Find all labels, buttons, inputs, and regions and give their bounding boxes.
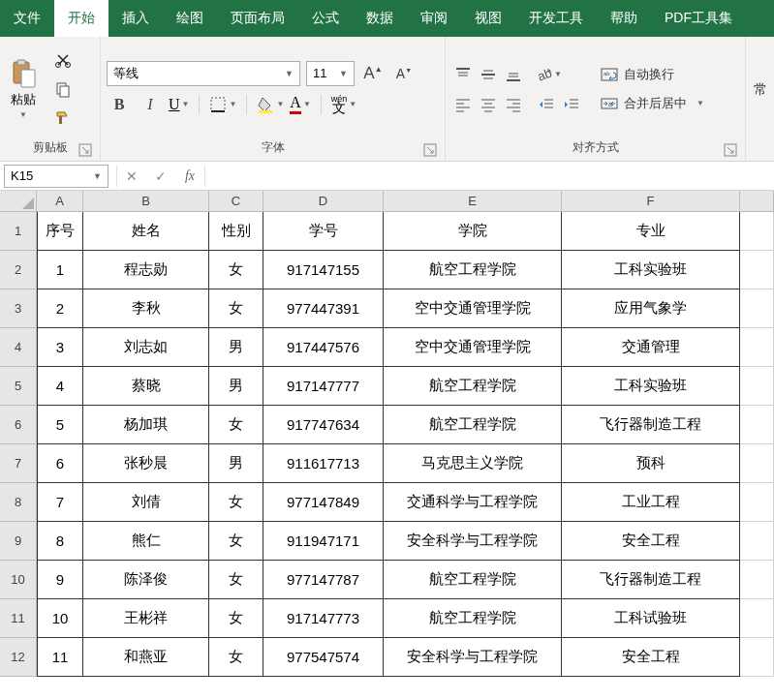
cell-r4-c[interactable]: 男: [209, 328, 263, 367]
cell-r3-f[interactable]: 应用气象学: [562, 289, 740, 328]
tab-8[interactable]: 视图: [461, 0, 515, 37]
align-center-button[interactable]: [477, 93, 500, 116]
cell-r11-b[interactable]: 王彬祥: [83, 599, 209, 638]
align-dialog-launcher[interactable]: [724, 143, 737, 157]
cell-spare-6[interactable]: [740, 406, 774, 444]
wrap-text-button[interactable]: ab 自动换行: [597, 62, 708, 87]
cell-spare-5[interactable]: [740, 367, 774, 406]
cell-r12-f[interactable]: 安全工程: [562, 638, 740, 677]
cell-spare-2[interactable]: [740, 251, 774, 289]
align-right-button[interactable]: [502, 93, 525, 116]
tab-6[interactable]: 数据: [353, 0, 407, 37]
cell-r3-d[interactable]: 977447391: [263, 289, 384, 328]
italic-button[interactable]: I: [138, 92, 163, 117]
row-header-2[interactable]: 2: [0, 251, 37, 289]
cut-button[interactable]: [50, 47, 76, 73]
merge-center-button[interactable]: a 合并后居中 ▼: [597, 91, 708, 116]
phonetic-guide-button[interactable]: wén文▼: [331, 92, 356, 117]
cell-r11-d[interactable]: 917147773: [263, 599, 384, 638]
cell-r6-a[interactable]: 5: [37, 406, 83, 444]
row-header-12[interactable]: 12: [0, 638, 37, 677]
cell-r8-f[interactable]: 工业工程: [562, 483, 740, 522]
cell-r5-e[interactable]: 航空工程学院: [384, 367, 562, 406]
cell-r7-c[interactable]: 男: [209, 444, 263, 483]
row-header-3[interactable]: 3: [0, 289, 37, 328]
cell-r9-a[interactable]: 8: [37, 522, 83, 561]
select-all-corner[interactable]: [0, 191, 37, 212]
row-header-7[interactable]: 7: [0, 444, 37, 483]
column-header-C[interactable]: C: [209, 191, 263, 212]
row-header-1[interactable]: 1: [0, 212, 37, 251]
cell-r10-f[interactable]: 飞行器制造工程: [562, 561, 740, 599]
cell-r8-d[interactable]: 977147849: [263, 483, 384, 522]
column-header-F[interactable]: F: [562, 191, 740, 212]
cell-r7-f[interactable]: 预科: [562, 444, 740, 483]
copy-button[interactable]: [50, 76, 76, 102]
cell-r8-e[interactable]: 交通科学与工程学院: [384, 483, 562, 522]
fill-color-button[interactable]: ▼: [257, 92, 284, 117]
cell-r7-d[interactable]: 911617713: [263, 444, 384, 483]
cell-r2-b[interactable]: 程志勋: [83, 251, 209, 289]
tab-11[interactable]: PDF工具集: [651, 0, 746, 37]
cell-r10-d[interactable]: 977147787: [263, 561, 384, 599]
cancel-formula-button[interactable]: ✕: [117, 165, 146, 188]
tab-0[interactable]: 文件: [0, 0, 54, 37]
header-cell-f[interactable]: 专业: [562, 212, 740, 251]
cell-r11-a[interactable]: 10: [37, 599, 83, 638]
cell-r10-c[interactable]: 女: [209, 561, 263, 599]
cell-r4-a[interactable]: 3: [37, 328, 83, 367]
cell-r6-c[interactable]: 女: [209, 406, 263, 444]
header-cell-c[interactable]: 性别: [209, 212, 263, 251]
cell-r5-a[interactable]: 4: [37, 367, 83, 406]
cell-r5-f[interactable]: 工科实验班: [562, 367, 740, 406]
row-header-6[interactable]: 6: [0, 406, 37, 444]
cell-r9-d[interactable]: 911947171: [263, 522, 384, 561]
cell-spare-10[interactable]: [740, 561, 774, 599]
paste-button[interactable]: 粘贴 ▼: [6, 56, 41, 121]
cell-spare-3[interactable]: [740, 289, 774, 328]
cell-r10-b[interactable]: 陈泽俊: [83, 561, 209, 599]
decrease-indent-button[interactable]: [535, 93, 558, 116]
column-header-E[interactable]: E: [384, 191, 562, 212]
cell-r12-e[interactable]: 安全科学与工程学院: [384, 638, 562, 677]
cell-r12-d[interactable]: 977547574: [263, 638, 384, 677]
font-name-combo[interactable]: 等线▼: [107, 61, 300, 86]
column-header-spare[interactable]: [740, 191, 774, 212]
tab-9[interactable]: 开发工具: [515, 0, 597, 37]
tab-4[interactable]: 页面布局: [217, 0, 298, 37]
cell-r6-f[interactable]: 飞行器制造工程: [562, 406, 740, 444]
cell-r4-e[interactable]: 空中交通管理学院: [384, 328, 562, 367]
cell-r2-c[interactable]: 女: [209, 251, 263, 289]
decrease-font-button[interactable]: A▼: [391, 61, 417, 86]
row-header-9[interactable]: 9: [0, 522, 37, 561]
font-color-button[interactable]: A▼: [290, 92, 310, 117]
header-cell-b[interactable]: 姓名: [83, 212, 209, 251]
bold-button[interactable]: B: [107, 92, 132, 117]
border-button[interactable]: ▼: [209, 92, 236, 117]
cell-r5-c[interactable]: 男: [209, 367, 263, 406]
cell-r4-f[interactable]: 交通管理: [562, 328, 740, 367]
cell-r2-d[interactable]: 917147155: [263, 251, 384, 289]
tab-2[interactable]: 插入: [108, 0, 163, 37]
cell-r7-b[interactable]: 张秒晨: [83, 444, 209, 483]
header-cell-e[interactable]: 学院: [384, 212, 562, 251]
cell-r10-a[interactable]: 9: [37, 561, 83, 599]
formula-input[interactable]: [205, 165, 774, 188]
spreadsheet-grid[interactable]: ABCDEF1序号姓名性别学号学院专业21程志勋女917147155航空工程学院…: [0, 191, 774, 700]
font-size-combo[interactable]: 11▼: [306, 61, 355, 86]
cell-r2-a[interactable]: 1: [37, 251, 83, 289]
cell-spare-12[interactable]: [740, 638, 774, 677]
font-dialog-launcher[interactable]: [423, 143, 437, 157]
cell-r8-a[interactable]: 7: [37, 483, 83, 522]
cell-r4-d[interactable]: 917447576: [263, 328, 384, 367]
cell-r12-a[interactable]: 11: [37, 638, 83, 677]
cell-spare[interactable]: [740, 212, 774, 251]
cell-spare-4[interactable]: [740, 328, 774, 367]
header-cell-a[interactable]: 序号: [37, 212, 83, 251]
column-header-A[interactable]: A: [37, 191, 83, 212]
cell-r7-e[interactable]: 马克思主义学院: [384, 444, 562, 483]
cell-spare-7[interactable]: [740, 444, 774, 483]
cell-r8-b[interactable]: 刘倩: [83, 483, 209, 522]
cell-r3-a[interactable]: 2: [37, 289, 83, 328]
increase-font-button[interactable]: A▲: [360, 61, 386, 86]
